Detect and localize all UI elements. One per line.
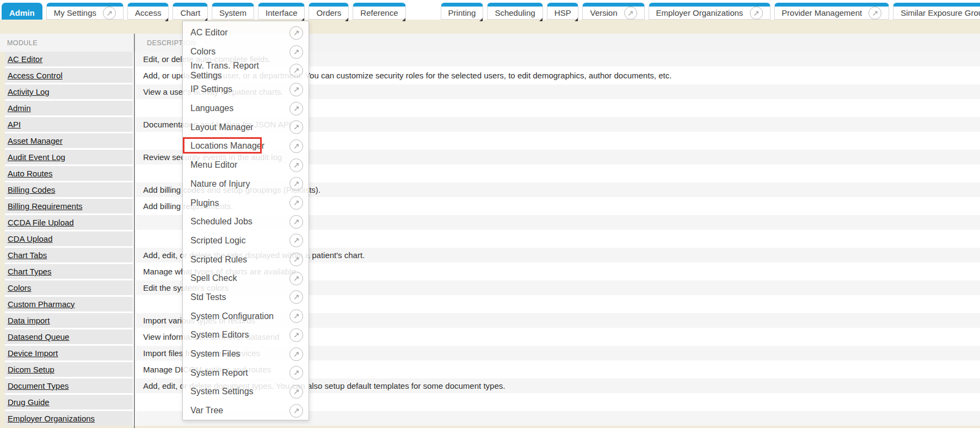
table-row: Activity Log View a user's activity on p… [5,84,980,99]
table-row: Document Types Add, edit, or delete docu… [5,378,980,393]
nav-tab-label: My Settings [54,8,96,17]
module-link[interactable]: Access Control [8,71,63,80]
nav-tab[interactable]: Chart [172,3,208,20]
table-row: Data import Import various types of reco… [5,313,980,328]
module-link[interactable]: CDA Upload [8,234,53,243]
menu-item-label: IP Settings [190,84,232,94]
menu-item-label: Var Tree [190,406,223,415]
menu-item[interactable]: Plugins ↗ [183,193,309,212]
menu-item[interactable]: Spell Check ↗ [183,269,309,288]
nav-tab[interactable]: Similar Exposure Groups (SEGs) ↗ [893,3,980,20]
module-link[interactable]: Audit Event Log [8,152,65,162]
menu-item[interactable]: Nature of Injury ↗ [183,175,309,194]
nav-tab[interactable]: HSP [547,3,579,20]
dropdown-caret-icon [402,18,405,21]
nav-tab-label: Scheduling [495,8,535,17]
menu-item[interactable]: System Editors ↗ [183,326,309,345]
menu-item[interactable]: Std Tests ↗ [183,288,309,307]
nav-tab[interactable]: Admin [2,3,42,20]
menu-item[interactable]: System Settings ↗ [183,382,309,401]
system-dropdown-menu: AC Editor ↗ Colors ↗ Inv. Trans. Report … [182,21,309,420]
external-link-icon: ↗ [289,158,303,172]
nav-tab[interactable]: System [212,3,254,20]
nav-tab-label: Version [590,8,617,17]
menu-item[interactable]: Locations Manager ↗ [183,137,309,156]
external-link-icon: ↗ [289,404,303,418]
dropdown-caret-icon [539,18,543,21]
menu-item[interactable]: System Configuration ↗ [183,307,309,326]
nav-tab[interactable]: Provider Management ↗ [774,3,890,20]
nav-tab-label: Employer Organizations [656,8,743,17]
module-link[interactable]: Data import [8,316,50,325]
module-link[interactable]: Chart Types [8,267,52,276]
module-link[interactable]: Document Types [8,381,69,390]
modules-table: MODULE DESCRIPTION AC Editor Edit, or de… [0,20,980,428]
module-link[interactable]: Chart Tabs [8,250,47,260]
nav-tab-label: Printing [448,8,476,17]
module-link[interactable]: Employer Organizations [8,414,95,423]
nav-tab[interactable]: Scheduling [487,3,543,20]
module-link[interactable]: Datasend Queue [8,332,69,341]
table-row: Auto Routes [5,166,980,181]
menu-item[interactable]: Colors ↗ [183,42,309,62]
external-link-icon: ↗ [289,196,303,210]
table-row: Audit Event Log Review security events i… [5,150,980,164]
module-link[interactable]: Activity Log [8,87,50,96]
nav-tab[interactable]: Printing [441,3,484,20]
nav-tab[interactable]: Orders [309,3,349,20]
nav-tab[interactable]: Employer Organizations ↗ [649,3,771,20]
table-row: Chart Tabs Add, edit, or delete the tabs… [5,248,980,262]
module-link[interactable]: Custom Pharmacy [8,299,75,309]
module-link[interactable]: Dicom Setup [8,365,54,374]
menu-item[interactable]: System Report ↗ [183,363,309,382]
menu-item[interactable]: AC Editor ↗ [183,23,309,42]
module-link[interactable]: Admin [8,103,31,113]
module-link[interactable]: Colors [8,283,31,292]
nav-tab-label: Access [135,8,161,17]
module-cell: Custom Pharmacy [5,297,133,311]
menu-item-label: System Report [190,368,248,378]
nav-tab[interactable]: Reference [353,3,405,20]
menu-item-label: System Configuration [190,311,274,321]
menu-item[interactable]: System Files ↗ [183,345,309,364]
module-link[interactable]: Billing Requirements [8,201,83,211]
module-link[interactable]: Billing Codes [8,185,56,194]
menu-item[interactable]: Layout Manager ↗ [183,118,309,137]
module-link[interactable]: Asset Manager [8,136,63,145]
module-cell: Admin [5,101,133,115]
module-cell: Audit Event Log [5,150,133,164]
module-column-header: MODULE [0,39,136,47]
menu-item[interactable]: Inv. Trans. Report Settings ↗ [183,61,309,80]
module-cell: Data import [5,313,133,328]
external-link-icon: ↗ [289,102,303,115]
external-link-icon: ↗ [289,45,303,59]
nav-tab-label: Chart [180,8,200,17]
table-row: Colors Edit the system's colors [5,280,980,295]
module-link[interactable]: Device Import [8,348,58,358]
module-cell: Document Types [5,378,133,393]
menu-item[interactable]: Scripted Rules ↗ [183,250,309,269]
menu-item[interactable]: Scripted Logic ↗ [183,231,309,250]
menu-item[interactable]: Scheduled Jobs ↗ [183,212,309,231]
menu-item-label: Plugins [190,198,219,208]
table-row: Asset Manager [5,133,980,148]
nav-tab[interactable]: Access [127,3,169,20]
module-cell: Employer Organizations [5,411,133,426]
menu-item-label: Scheduled Jobs [190,217,252,227]
nav-tab[interactable]: Interface [258,3,305,20]
menu-item[interactable]: IP Settings ↗ [183,80,309,99]
menu-item[interactable]: Var Tree ↗ [183,401,309,420]
table-row: Device Import Import files from various … [5,346,980,360]
module-link[interactable]: Drug Guide [8,398,50,407]
nav-tab[interactable]: Version ↗ [582,3,644,20]
nav-tab[interactable]: My Settings ↗ [46,3,124,20]
module-link[interactable]: CCDA File Upload [8,218,74,227]
module-link[interactable]: Auto Routes [8,169,53,178]
nav-tab-label: HSP [554,8,571,17]
module-link[interactable]: AC Editor [8,54,42,64]
module-cell: API [5,117,133,132]
menu-item[interactable]: Menu Editor ↗ [183,156,309,175]
menu-item[interactable]: Languages ↗ [183,99,309,118]
external-link-icon: ↗ [289,366,303,380]
module-link[interactable]: API [8,120,21,129]
